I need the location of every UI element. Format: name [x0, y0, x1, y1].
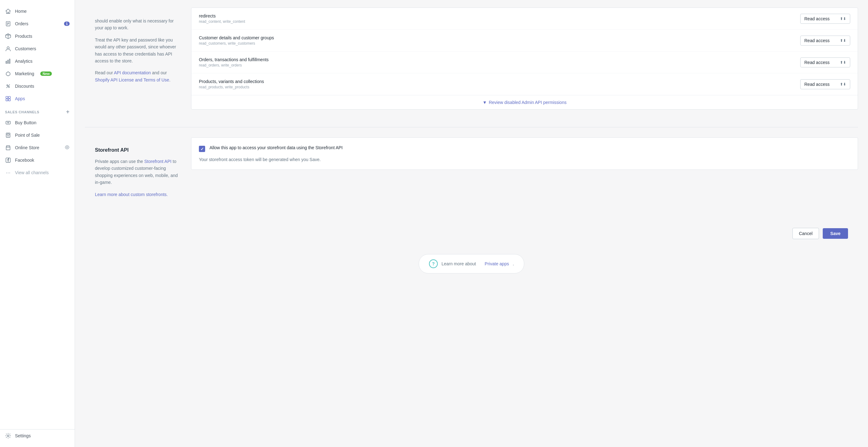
- orders-title: Orders, transactions and fulfillments: [199, 57, 269, 62]
- facebook-icon: [5, 157, 11, 163]
- redirects-info: redirects read_content, write_content: [199, 13, 245, 24]
- sidebar-item-home-label: Home: [15, 9, 27, 14]
- private-apps-link[interactable]: Private apps: [485, 261, 509, 266]
- analytics-icon: [5, 58, 11, 64]
- permission-row-orders: Orders, transactions and fulfillments re…: [191, 52, 858, 73]
- products-select-arrow: ⬆⬇: [840, 82, 846, 87]
- admin-api-right: redirects read_content, write_content Re…: [191, 7, 858, 117]
- svg-point-6: [7, 47, 9, 49]
- orders-access-select[interactable]: Read access ⬆⬇: [800, 58, 850, 67]
- add-sales-channel-icon[interactable]: +: [66, 108, 70, 115]
- redirects-select-arrow: ⬆⬇: [840, 17, 846, 21]
- storefront-checkbox-label: Allow this app to access your storefront…: [210, 145, 343, 150]
- sidebar-item-home[interactable]: Home: [0, 5, 74, 18]
- svg-rect-7: [6, 61, 7, 63]
- orders-access-value: Read access: [804, 60, 830, 65]
- admin-api-desc-1: should enable only what is necessary for…: [95, 18, 181, 32]
- action-bar: Cancel Save: [85, 220, 858, 249]
- storefront-api-title: Storefront API: [95, 147, 181, 153]
- svg-point-28: [7, 435, 9, 436]
- checkbox-checkmark: ✓: [200, 147, 204, 151]
- storefront-token-note: Your storefront access token will be gen…: [199, 157, 850, 162]
- sidebar-item-facebook-label: Facebook: [15, 158, 34, 163]
- sidebar-item-buy-button[interactable]: Buy Button: [0, 117, 74, 129]
- sidebar-item-marketing-label: Marketing: [15, 71, 34, 76]
- svg-point-24: [9, 136, 9, 137]
- sidebar-item-analytics[interactable]: Analytics: [0, 55, 74, 67]
- admin-api-desc-2: Treat the API key and password like you …: [95, 36, 181, 65]
- save-button[interactable]: Save: [823, 228, 848, 239]
- svg-rect-14: [8, 96, 10, 98]
- view-all-channels[interactable]: ··· View all channels: [0, 166, 74, 179]
- admin-api-left: should enable only what is necessary for…: [85, 7, 191, 98]
- sidebar-item-customers-label: Customers: [15, 46, 36, 51]
- sales-channels-header: SALES CHANNELS +: [0, 105, 74, 117]
- storefront-learn-more: Learn more about custom storefronts.: [95, 191, 181, 198]
- admin-api-desc-3: Read our API documentation and our Shopi…: [95, 69, 181, 83]
- sidebar: Home Orders 1 Products Customers A: [0, 0, 75, 447]
- products-subtitle: read_products, write_products: [199, 85, 264, 89]
- marketing-new-badge: New: [40, 71, 52, 76]
- discounts-icon: [5, 83, 11, 89]
- settings-icon: [5, 433, 11, 439]
- svg-rect-25: [6, 147, 10, 150]
- settings-nav-item[interactable]: Settings: [0, 429, 74, 442]
- eye-icon: [65, 145, 70, 151]
- products-info: Products, variants and collections read_…: [199, 79, 264, 89]
- customers-access-select[interactable]: Read access ⬆⬇: [800, 36, 850, 45]
- sidebar-item-pos-label: Point of Sale: [15, 133, 40, 138]
- review-disabled-link[interactable]: ▼ Review disabled Admin API permissions: [191, 95, 858, 109]
- info-box-text-before: Learn more about: [441, 261, 476, 266]
- admin-api-section: should enable only what is necessary for…: [85, 7, 858, 127]
- svg-point-11: [8, 87, 10, 88]
- svg-point-22: [7, 136, 7, 137]
- svg-point-10: [7, 85, 8, 86]
- pos-icon: [5, 132, 11, 138]
- cancel-button[interactable]: Cancel: [793, 228, 819, 239]
- svg-rect-15: [6, 99, 8, 101]
- customers-subtitle: read_customers, write_customers: [199, 41, 274, 45]
- storefront-check-row: ✓ Allow this app to access your storefro…: [199, 145, 850, 152]
- orders-info: Orders, transactions and fulfillments re…: [199, 57, 269, 67]
- sidebar-item-marketing[interactable]: Marketing New: [0, 67, 74, 80]
- learn-more-link[interactable]: Learn more about custom storefronts.: [95, 192, 168, 197]
- api-doc-link[interactable]: API documentation: [114, 70, 151, 75]
- storefront-checkbox[interactable]: ✓: [199, 146, 205, 152]
- svg-rect-8: [7, 60, 8, 63]
- review-link-text: Review disabled Admin API permissions: [489, 100, 566, 105]
- marketing-icon: [5, 70, 11, 77]
- orders-badge: 1: [64, 22, 70, 26]
- main-content: should enable only what is necessary for…: [75, 0, 868, 447]
- info-box-text-after: .: [513, 261, 514, 266]
- svg-rect-16: [8, 99, 10, 101]
- info-box: ? Learn more about Private apps.: [419, 254, 524, 274]
- license-link[interactable]: Shopify API License and Terms of Use: [95, 77, 169, 83]
- products-icon: [5, 33, 11, 39]
- storefront-api-section: Storefront API Private apps can use the …: [85, 127, 858, 213]
- sidebar-item-pos[interactable]: Point of Sale: [0, 129, 74, 141]
- sidebar-item-apps-label: Apps: [15, 96, 25, 101]
- storefront-api-left: Storefront API Private apps can use the …: [85, 137, 191, 213]
- sidebar-item-customers[interactable]: Customers: [0, 42, 74, 55]
- products-access-select[interactable]: Read access ⬆⬇: [800, 79, 850, 89]
- settings-item[interactable]: Settings: [5, 433, 70, 439]
- storefront-api-desc: Private apps can use the Storefront API …: [95, 158, 181, 186]
- home-icon: [5, 8, 11, 14]
- storefront-api-link[interactable]: Storefront API: [144, 159, 172, 164]
- sidebar-item-products[interactable]: Products: [0, 30, 74, 42]
- redirects-title: redirects: [199, 13, 245, 19]
- svg-rect-9: [9, 59, 10, 63]
- sidebar-item-facebook[interactable]: Facebook: [0, 154, 74, 166]
- permission-row-products: Products, variants and collections read_…: [191, 73, 858, 95]
- sidebar-item-orders[interactable]: Orders 1: [0, 18, 74, 30]
- settings-label: Settings: [15, 433, 31, 438]
- sidebar-item-apps[interactable]: Apps: [0, 92, 74, 105]
- sidebar-item-online-store[interactable]: Online Store: [0, 141, 74, 154]
- buy-button-icon: [5, 120, 11, 126]
- sidebar-item-online-store-label: Online Store: [15, 145, 39, 150]
- sidebar-nav: Home Orders 1 Products Customers A: [0, 5, 74, 429]
- redirects-access-select[interactable]: Read access ⬆⬇: [800, 14, 850, 24]
- orders-icon: [5, 21, 11, 27]
- svg-rect-13: [6, 96, 8, 98]
- sidebar-item-discounts[interactable]: Discounts: [0, 80, 74, 92]
